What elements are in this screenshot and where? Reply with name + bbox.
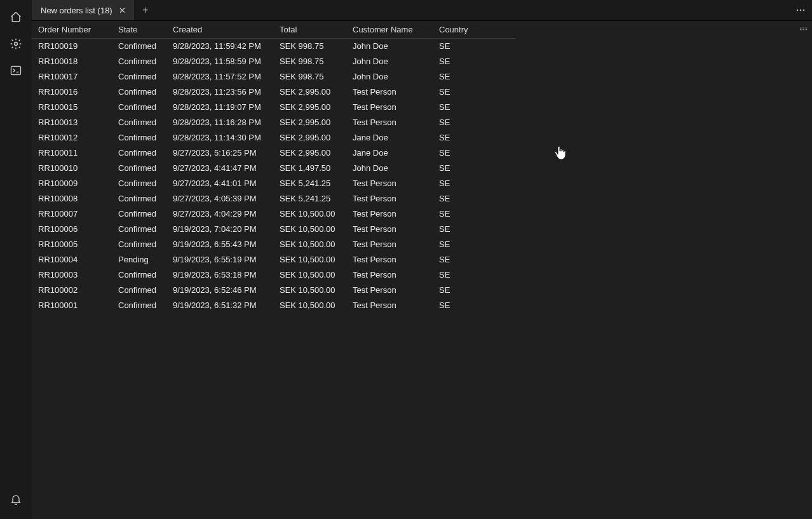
- bell-icon[interactable]: [4, 488, 27, 511]
- cell-country: SE: [433, 267, 515, 283]
- cell-country: SE: [433, 237, 515, 252]
- table-row[interactable]: RR100007Confirmed9/27/2023, 4:04:29 PMSE…: [32, 206, 515, 222]
- table-header-row: Order Number State Created Total Custome…: [32, 21, 515, 39]
- cell-country: SE: [433, 84, 515, 100]
- cell-order: RR100011: [32, 145, 112, 161]
- cell-state: Confirmed: [112, 176, 166, 191]
- column-settings-icon[interactable]: [799, 25, 808, 32]
- cell-name: Test Person: [346, 176, 433, 191]
- cell-country: SE: [433, 54, 515, 69]
- cell-state: Confirmed: [112, 130, 166, 145]
- table-row[interactable]: RR100006Confirmed9/19/2023, 7:04:20 PMSE…: [32, 222, 515, 237]
- cell-name: Test Person: [346, 252, 433, 267]
- tab-bar: New orders list (18) ✕ +: [32, 0, 812, 21]
- cell-name: Test Person: [346, 206, 433, 222]
- table-row[interactable]: RR100004Pending9/19/2023, 6:55:19 PMSEK …: [32, 252, 515, 267]
- cell-created: 9/28/2023, 11:14:30 PM: [166, 130, 273, 145]
- cell-total: SEK 10,500.00: [273, 267, 346, 283]
- cell-order: RR100003: [32, 267, 112, 283]
- cell-created: 9/19/2023, 6:52:46 PM: [166, 283, 273, 298]
- cell-order: RR100007: [32, 206, 112, 222]
- sidebar: [0, 0, 32, 519]
- cell-total: SEK 2,995.00: [273, 145, 346, 161]
- cell-state: Confirmed: [112, 222, 166, 237]
- cell-created: 9/19/2023, 7:04:20 PM: [166, 222, 273, 237]
- cell-country: SE: [433, 176, 515, 191]
- cell-created: 9/28/2023, 11:58:59 PM: [166, 54, 273, 69]
- cell-name: John Doe: [346, 161, 433, 176]
- cell-total: SEK 10,500.00: [273, 206, 346, 222]
- table-row[interactable]: RR100002Confirmed9/19/2023, 6:52:46 PMSE…: [32, 283, 515, 298]
- col-state[interactable]: State: [112, 21, 166, 39]
- cell-name: John Doe: [346, 39, 433, 54]
- cell-created: 9/28/2023, 11:57:52 PM: [166, 69, 273, 84]
- orders-table: Order Number State Created Total Custome…: [32, 21, 515, 313]
- cell-total: SEK 2,995.00: [273, 130, 346, 145]
- table-row[interactable]: RR100010Confirmed9/27/2023, 4:41:47 PMSE…: [32, 161, 515, 176]
- cell-state: Pending: [112, 252, 166, 267]
- cell-country: SE: [433, 252, 515, 267]
- cell-order: RR100009: [32, 176, 112, 191]
- cell-created: 9/27/2023, 4:41:47 PM: [166, 161, 273, 176]
- cell-country: SE: [433, 161, 515, 176]
- table-row[interactable]: RR100009Confirmed9/27/2023, 4:41:01 PMSE…: [32, 176, 515, 191]
- home-icon[interactable]: [4, 6, 27, 29]
- col-created[interactable]: Created: [166, 21, 273, 39]
- cell-country: SE: [433, 222, 515, 237]
- table-row[interactable]: RR100001Confirmed9/19/2023, 6:51:32 PMSE…: [32, 298, 515, 313]
- col-order-number[interactable]: Order Number: [32, 21, 112, 39]
- cell-order: RR100019: [32, 39, 112, 54]
- cell-order: RR100005: [32, 237, 112, 252]
- svg-rect-1: [11, 66, 21, 74]
- col-country[interactable]: Country: [433, 21, 515, 39]
- tab-orders[interactable]: New orders list (18) ✕: [32, 0, 135, 20]
- gear-icon[interactable]: [4, 32, 27, 55]
- cell-state: Confirmed: [112, 283, 166, 298]
- cell-country: SE: [433, 100, 515, 115]
- cell-created: 9/27/2023, 4:04:29 PM: [166, 206, 273, 222]
- cell-state: Confirmed: [112, 84, 166, 100]
- cell-created: 9/27/2023, 4:41:01 PM: [166, 176, 273, 191]
- cell-state: Confirmed: [112, 115, 166, 130]
- table-row[interactable]: RR100011Confirmed9/27/2023, 5:16:25 PMSE…: [32, 145, 515, 161]
- col-customer[interactable]: Customer Name: [346, 21, 433, 39]
- table-row[interactable]: RR100012Confirmed9/28/2023, 11:14:30 PMS…: [32, 130, 515, 145]
- cell-order: RR100010: [32, 161, 112, 176]
- cell-state: Confirmed: [112, 54, 166, 69]
- cell-country: SE: [433, 191, 515, 206]
- orders-grid: Order Number State Created Total Custome…: [32, 21, 812, 519]
- cell-total: SEK 998.75: [273, 54, 346, 69]
- new-tab-button[interactable]: +: [135, 0, 156, 20]
- table-row[interactable]: RR100005Confirmed9/19/2023, 6:55:43 PMSE…: [32, 237, 515, 252]
- table-row[interactable]: RR100015Confirmed9/28/2023, 11:19:07 PMS…: [32, 100, 515, 115]
- cell-name: Test Person: [346, 222, 433, 237]
- table-row[interactable]: RR100008Confirmed9/27/2023, 4:05:39 PMSE…: [32, 191, 515, 206]
- cell-created: 9/19/2023, 6:53:18 PM: [166, 267, 273, 283]
- cell-state: Confirmed: [112, 161, 166, 176]
- cell-created: 9/27/2023, 5:16:25 PM: [166, 145, 273, 161]
- tab-title: New orders list (18): [41, 6, 112, 15]
- table-row[interactable]: RR100019Confirmed9/28/2023, 11:59:42 PMS…: [32, 39, 515, 54]
- table-row[interactable]: RR100013Confirmed9/28/2023, 11:16:28 PMS…: [32, 115, 515, 130]
- cell-order: RR100013: [32, 115, 112, 130]
- svg-point-3: [800, 10, 802, 11]
- cell-state: Confirmed: [112, 100, 166, 115]
- main-area: New orders list (18) ✕ + Order Numbe: [32, 0, 812, 519]
- cell-name: Test Person: [346, 191, 433, 206]
- cell-order: RR100002: [32, 283, 112, 298]
- cell-total: SEK 10,500.00: [273, 283, 346, 298]
- table-row[interactable]: RR100003Confirmed9/19/2023, 6:53:18 PMSE…: [32, 267, 515, 283]
- cell-created: 9/19/2023, 6:55:19 PM: [166, 252, 273, 267]
- cell-created: 9/27/2023, 4:05:39 PM: [166, 191, 273, 206]
- cell-name: Test Person: [346, 115, 433, 130]
- terminal-icon[interactable]: [4, 59, 27, 82]
- col-total[interactable]: Total: [273, 21, 346, 39]
- cell-total: SEK 10,500.00: [273, 298, 346, 313]
- table-row[interactable]: RR100016Confirmed9/28/2023, 11:23:56 PMS…: [32, 84, 515, 100]
- cell-order: RR100018: [32, 54, 112, 69]
- cell-name: Test Person: [346, 84, 433, 100]
- table-row[interactable]: RR100018Confirmed9/28/2023, 11:58:59 PMS…: [32, 54, 515, 69]
- more-icon[interactable]: [789, 0, 812, 20]
- table-row[interactable]: RR100017Confirmed9/28/2023, 11:57:52 PMS…: [32, 69, 515, 84]
- close-icon[interactable]: ✕: [118, 5, 128, 15]
